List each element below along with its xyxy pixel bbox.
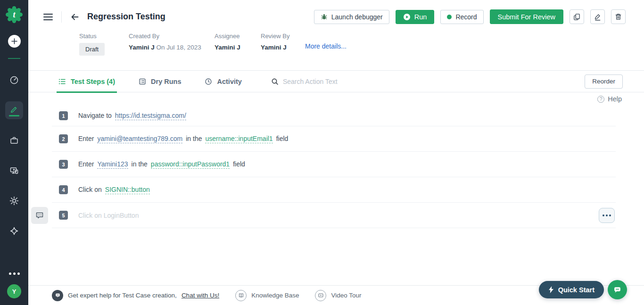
ellipsis-icon <box>9 272 11 275</box>
submit-for-review-button[interactable]: Submit For Review <box>490 9 563 24</box>
expert-help-text: Get expert help for Test Case creation, <box>68 292 177 299</box>
create-new-button[interactable] <box>8 35 21 48</box>
record-button[interactable]: Record <box>440 10 483 24</box>
launch-debugger-label: Launch debugger <box>331 13 383 21</box>
tabs-bar: Test Steps (4) Dry Runs Activity <box>28 71 644 92</box>
clock-icon <box>205 78 212 85</box>
delete-button[interactable] <box>611 9 626 24</box>
sidebar-divider <box>8 58 20 59</box>
briefcase-icon <box>9 135 19 146</box>
step-number-badge: 1 <box>59 111 68 120</box>
play-circle-icon <box>403 13 411 21</box>
sidebar-item-projects[interactable] <box>5 132 23 149</box>
chat-widget-button[interactable] <box>608 280 627 299</box>
book-icon <box>235 290 247 301</box>
test-steps-list: 1 Navigate to https://id.testsigma.com/ … <box>52 106 616 228</box>
created-by-column: Created By Yamini J On Jul 18, 2023 <box>129 33 215 51</box>
chat-support-icon <box>52 290 63 301</box>
help-question-icon: ? <box>597 96 604 103</box>
title-row: Regression Testing Launch debugger <box>28 0 644 24</box>
gauge-icon <box>9 75 19 85</box>
step-number-badge: 2 <box>59 134 68 143</box>
step-more-actions-button[interactable] <box>599 208 615 223</box>
step-text: Enter <box>78 160 94 168</box>
record-label: Record <box>455 13 477 21</box>
step-comment-button[interactable] <box>31 207 48 224</box>
step-value-link[interactable]: Yamini123 <box>97 160 128 169</box>
test-step-row-1[interactable]: 1 Navigate to https://id.testsigma.com/ <box>52 106 616 126</box>
created-by-name: Yamini J <box>129 44 155 51</box>
step-text: field <box>276 135 289 142</box>
knowledge-base-label: Knowledge Base <box>251 292 299 299</box>
sidebar-bottom: Y <box>7 271 22 298</box>
status-label: Status <box>79 33 129 40</box>
tab-dry-runs-label: Dry Runs <box>151 78 181 85</box>
step-text: Click on <box>78 186 102 193</box>
header-actions: Launch debugger Run Record Su <box>314 9 626 24</box>
review-by-label: Review By <box>261 33 305 40</box>
hamburger-menu-button[interactable] <box>41 12 55 22</box>
test-case-meta: Status Draft Created By Yamini J On Jul … <box>28 24 644 56</box>
list-icon <box>58 78 66 85</box>
video-tour-label: Video Tour <box>331 292 361 299</box>
sidebar: t <box>0 0 28 305</box>
new-step-placeholder[interactable]: Click on LoginButton <box>78 212 139 219</box>
expert-help-item: Get expert help for Test Case creation, … <box>52 290 219 301</box>
step-number-badge: 5 <box>59 211 68 220</box>
launch-debugger-button[interactable]: Launch debugger <box>314 10 389 24</box>
video-tour-item[interactable]: Video Tour <box>315 290 361 301</box>
reorder-button[interactable]: Reorder <box>585 74 623 89</box>
test-step-row-4[interactable]: 4 Click on SIGNIN::button <box>52 177 616 203</box>
copy-icon <box>573 13 581 21</box>
tab-dry-runs[interactable]: Dry Runs <box>137 71 183 92</box>
step-element-link[interactable]: SIGNIN::button <box>105 186 150 194</box>
edit-button[interactable] <box>590 9 605 24</box>
comment-icon <box>35 211 44 220</box>
devices-icon <box>9 165 19 176</box>
test-step-row-3[interactable]: 3 Enter Yamini123 in the password::input… <box>52 152 616 177</box>
main-area: Regression Testing Launch debugger <box>28 0 644 305</box>
sidebar-item-test-lab[interactable] <box>5 162 23 180</box>
tab-test-steps[interactable]: Test Steps (4) <box>57 71 117 92</box>
vertical-divider <box>61 11 62 23</box>
sidebar-item-settings[interactable] <box>5 192 23 210</box>
test-step-row-2[interactable]: 2 Enter yamini@teamtesting789.com in the… <box>52 126 616 152</box>
back-button[interactable] <box>69 11 81 23</box>
step-element-link[interactable]: password::inputPassword1 <box>151 160 230 169</box>
back-arrow-icon <box>70 12 80 22</box>
step-number-badge: 4 <box>59 185 68 194</box>
new-step-row-5[interactable]: 5 Click on LoginButton <box>52 203 616 228</box>
more-details-link[interactable]: More details... <box>305 33 347 50</box>
testsigma-logo-icon[interactable]: t <box>5 6 23 24</box>
ellipsis-icon <box>603 214 604 216</box>
search-box <box>271 78 377 85</box>
sidebar-more-button[interactable] <box>7 271 22 277</box>
tab-test-steps-label: Test Steps (4) <box>71 78 115 85</box>
sidebar-item-test-development[interactable] <box>5 101 23 119</box>
review-by-column: Review By Yamini J <box>261 33 305 51</box>
search-action-text-input[interactable] <box>283 78 377 85</box>
step-value-link[interactable]: https://id.testsigma.com/ <box>115 112 186 120</box>
tab-activity[interactable]: Activity <box>203 71 243 92</box>
sidebar-item-dashboard[interactable] <box>5 71 23 89</box>
step-element-link[interactable]: username::inputEmail1 <box>205 135 272 143</box>
tab-activity-label: Activity <box>217 78 241 85</box>
copy-button[interactable] <box>570 9 584 24</box>
test-case-header: Regression Testing Launch debugger <box>28 0 644 71</box>
pencil-icon <box>9 105 19 114</box>
quick-start-label: Quick Start <box>558 286 594 294</box>
help-link[interactable]: Help <box>608 95 622 103</box>
record-dot-icon <box>447 15 452 19</box>
logo-gear-icon: t <box>5 6 23 24</box>
chat-with-us-link[interactable]: Chat with Us! <box>182 292 219 299</box>
sidebar-item-addons[interactable] <box>5 222 23 240</box>
review-by-value: Yamini J <box>261 44 305 51</box>
run-label: Run <box>414 13 427 21</box>
gear-icon <box>9 196 19 206</box>
search-icon <box>271 78 279 85</box>
user-avatar[interactable]: Y <box>7 284 21 298</box>
step-value-link[interactable]: yamini@teamtesting789.com <box>97 135 182 143</box>
run-button[interactable]: Run <box>396 10 435 24</box>
knowledge-base-item[interactable]: Knowledge Base <box>235 290 299 301</box>
quick-start-button[interactable]: Quick Start <box>539 281 604 298</box>
